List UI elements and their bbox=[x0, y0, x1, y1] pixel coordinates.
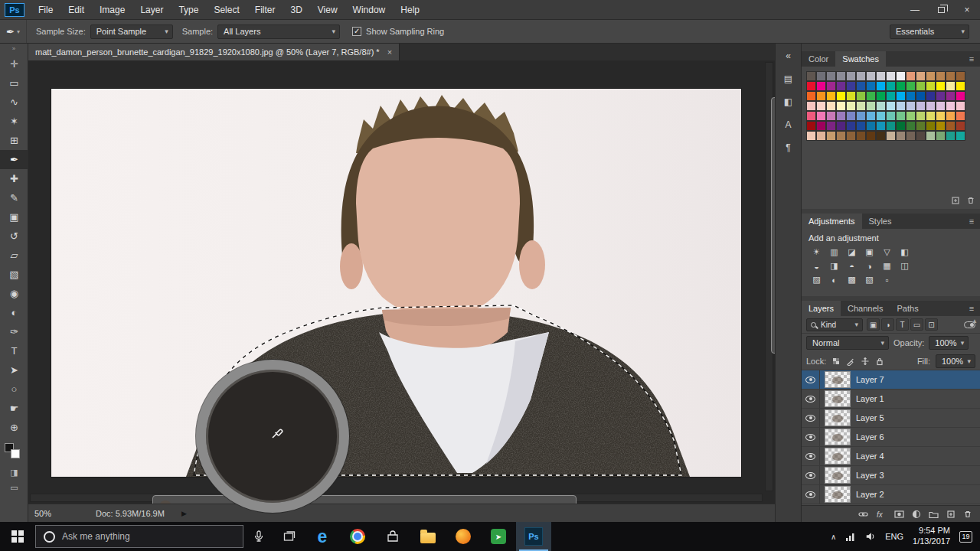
swatch[interactable] bbox=[867, 112, 875, 120]
swatch[interactable] bbox=[817, 132, 825, 140]
swatch[interactable] bbox=[867, 122, 875, 130]
swatch[interactable] bbox=[827, 92, 835, 100]
swatch[interactable] bbox=[877, 112, 885, 120]
swatch[interactable] bbox=[817, 72, 825, 80]
swatch[interactable] bbox=[926, 92, 935, 100]
layer-visibility-toggle[interactable] bbox=[802, 409, 820, 427]
taskbar-app-photoshop[interactable]: Ps bbox=[516, 522, 551, 551]
taskbar-app-green[interactable]: ➤ bbox=[481, 522, 516, 551]
swatch[interactable] bbox=[867, 92, 875, 100]
swatch[interactable] bbox=[847, 82, 855, 90]
swatch[interactable] bbox=[916, 112, 925, 120]
sample-size-dropdown[interactable]: Point Sample bbox=[90, 24, 173, 39]
menu-item[interactable]: Edit bbox=[60, 0, 92, 20]
threshold-icon[interactable]: ◐ bbox=[826, 273, 842, 286]
lock-position-icon[interactable] bbox=[861, 357, 870, 366]
swatch[interactable] bbox=[956, 92, 965, 100]
swatch[interactable] bbox=[926, 72, 935, 80]
invert-icon[interactable]: ◫ bbox=[897, 259, 913, 272]
hand-tool[interactable]: ☛ bbox=[0, 399, 28, 418]
swatch[interactable] bbox=[906, 112, 915, 120]
document-tab-close-icon[interactable]: × bbox=[387, 47, 392, 57]
swatch[interactable] bbox=[847, 92, 855, 100]
swatch[interactable] bbox=[946, 102, 955, 110]
swatch[interactable] bbox=[956, 122, 965, 130]
tab-color[interactable]: Color bbox=[802, 51, 835, 67]
swatch[interactable] bbox=[817, 102, 825, 110]
swatch[interactable] bbox=[877, 92, 885, 100]
cortana-search-box[interactable]: Ask me anything bbox=[35, 525, 243, 548]
swatch[interactable] bbox=[897, 132, 905, 140]
swatch[interactable] bbox=[827, 102, 835, 110]
restore-button[interactable] bbox=[928, 0, 954, 20]
layer-thumbnail[interactable] bbox=[825, 371, 851, 388]
volume-icon[interactable] bbox=[865, 531, 876, 542]
swatch[interactable] bbox=[857, 122, 865, 130]
swatch[interactable] bbox=[946, 72, 955, 80]
crop-tool[interactable]: ⊞ bbox=[0, 131, 28, 150]
swatch[interactable] bbox=[887, 82, 895, 90]
new-swatch-icon[interactable] bbox=[951, 196, 960, 205]
swatch[interactable] bbox=[887, 102, 895, 110]
swatch[interactable] bbox=[897, 122, 905, 130]
vertical-scrollbar[interactable] bbox=[765, 62, 773, 491]
swatch[interactable] bbox=[946, 132, 955, 140]
swatch[interactable] bbox=[926, 132, 935, 140]
opacity-dropdown[interactable]: 100% bbox=[929, 336, 969, 350]
layer-style-icon[interactable]: fx bbox=[876, 510, 887, 519]
layers-scroll-up-icon[interactable]: ▲ bbox=[972, 318, 978, 324]
swatch[interactable] bbox=[897, 82, 905, 90]
taskbar-app-edge[interactable]: e bbox=[305, 522, 340, 551]
layer-thumbnail[interactable] bbox=[825, 448, 851, 465]
action-center-badge[interactable]: 19 bbox=[959, 531, 972, 543]
tab-channels[interactable]: Channels bbox=[841, 301, 890, 316]
swatch[interactable] bbox=[936, 102, 945, 110]
filter-smart-icon[interactable]: ⊡ bbox=[925, 318, 938, 331]
show-sampling-ring-checkbox[interactable]: ✓ bbox=[352, 27, 361, 36]
swatch[interactable] bbox=[827, 72, 835, 80]
curves-icon[interactable]: ◪ bbox=[844, 246, 860, 259]
swatch[interactable] bbox=[916, 102, 925, 110]
layer-thumbnail[interactable] bbox=[825, 486, 851, 503]
swatch[interactable] bbox=[916, 132, 925, 140]
filter-pixel-icon[interactable]: ▣ bbox=[867, 318, 880, 331]
layer-visibility-toggle[interactable] bbox=[802, 447, 820, 465]
layer-thumbnail[interactable] bbox=[825, 390, 851, 407]
swatch[interactable] bbox=[887, 132, 895, 140]
add-layer-mask-icon[interactable] bbox=[894, 510, 904, 519]
mask-adjust-icon[interactable]: ▫ bbox=[879, 273, 895, 286]
channel-mixer-icon[interactable]: ◑ bbox=[861, 259, 877, 272]
lock-transparency-icon[interactable] bbox=[831, 357, 841, 366]
swatch[interactable] bbox=[857, 72, 865, 80]
filter-shape-icon[interactable]: ▭ bbox=[910, 318, 923, 331]
layer-thumbnail[interactable] bbox=[825, 429, 851, 445]
tab-styles[interactable]: Styles bbox=[862, 214, 899, 229]
swatch[interactable] bbox=[956, 102, 965, 110]
info-icon[interactable]: ◧ bbox=[780, 94, 797, 109]
blend-mode-dropdown[interactable]: Normal bbox=[806, 336, 889, 350]
workspace-dropdown[interactable]: Essentials bbox=[890, 24, 969, 39]
swatch[interactable] bbox=[857, 132, 865, 140]
tab-adjustments[interactable]: Adjustments bbox=[802, 214, 862, 229]
swatch[interactable] bbox=[936, 122, 945, 130]
layer-thumbnail[interactable] bbox=[825, 467, 851, 484]
type-tool[interactable]: T bbox=[0, 341, 28, 360]
layer-row[interactable]: Layer 6 bbox=[802, 428, 980, 447]
tab-layers[interactable]: Layers bbox=[802, 301, 841, 316]
ellipse-tool[interactable]: ○ bbox=[0, 380, 28, 399]
gradient-tool[interactable]: ▧ bbox=[0, 265, 28, 284]
swatch[interactable] bbox=[897, 92, 905, 100]
swatch[interactable] bbox=[887, 92, 895, 100]
lock-all-icon[interactable] bbox=[875, 357, 884, 366]
layer-visibility-toggle[interactable] bbox=[802, 428, 820, 446]
swatch[interactable] bbox=[926, 112, 935, 120]
exposure-icon[interactable]: ▣ bbox=[861, 246, 877, 259]
swatch[interactable] bbox=[837, 122, 845, 130]
swatch[interactable] bbox=[867, 72, 875, 80]
taskbar-app-orange[interactable] bbox=[446, 522, 481, 551]
brightness-contrast-icon[interactable]: ☀ bbox=[808, 246, 825, 259]
swatch[interactable] bbox=[807, 92, 815, 100]
link-layers-icon[interactable] bbox=[858, 510, 868, 519]
swatch[interactable] bbox=[887, 122, 895, 130]
swatch[interactable] bbox=[956, 82, 965, 90]
